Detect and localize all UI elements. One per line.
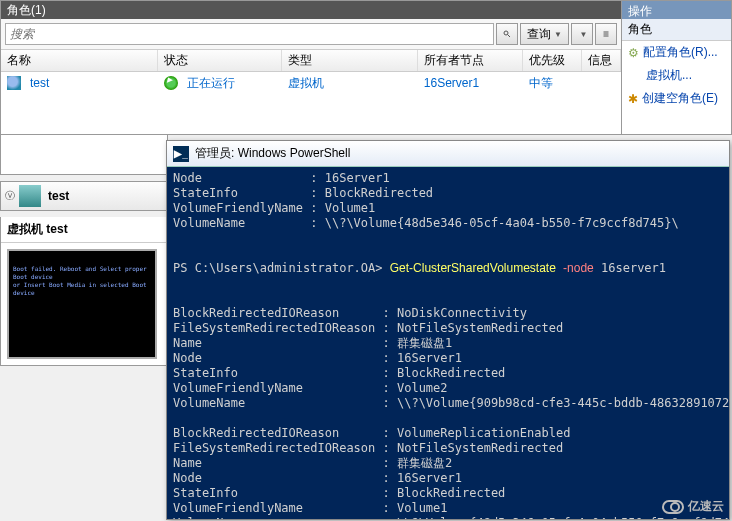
powershell-icon: ▶_	[173, 146, 189, 162]
powershell-titlebar[interactable]: ▶_ 管理员: Windows PowerShell	[167, 141, 729, 167]
test-section-header[interactable]: ⓥ test	[0, 181, 168, 211]
action-empty-role[interactable]: 创建空角色(E)	[622, 87, 731, 110]
col-type[interactable]: 类型	[282, 50, 417, 71]
col-name[interactable]: 名称	[1, 50, 158, 71]
chevron-down-icon: ⓥ	[5, 189, 15, 203]
col-owner[interactable]: 所有者节点	[418, 50, 523, 71]
actions-subheader: 角色	[622, 19, 731, 41]
svg-line-1	[508, 35, 511, 38]
query-button[interactable]: 查询▼	[520, 23, 569, 45]
search-input[interactable]	[5, 23, 494, 45]
new-icon	[628, 92, 638, 106]
search-bar: 查询▼ ▼	[1, 19, 621, 50]
list-button[interactable]	[595, 23, 617, 45]
role-row-test[interactable]: test 正在运行 虚拟机 16Server1 中等	[1, 72, 621, 94]
col-status[interactable]: 状态	[158, 50, 282, 71]
powershell-window: ▶_ 管理员: Windows PowerShell Node : 16Serv…	[166, 140, 730, 520]
powershell-console[interactable]: Node : 16Server1 StateInfo : BlockRedire…	[167, 167, 729, 519]
test-label: test	[48, 189, 69, 203]
svg-point-0	[504, 31, 508, 35]
actions-pane: 操作 角色 配置角色(R)... 虚拟机... 创建空角色(E)	[622, 0, 732, 135]
action-vm[interactable]: 虚拟机...	[622, 64, 731, 87]
running-icon	[164, 76, 178, 90]
search-go-button[interactable]	[496, 23, 518, 45]
grid-header: 名称 状态 类型 所有者节点 优先级 信息	[1, 50, 621, 72]
col-priority[interactable]: 优先级	[523, 50, 583, 71]
window-title: 管理员: Windows PowerShell	[195, 145, 350, 162]
col-info[interactable]: 信息	[582, 50, 621, 71]
action-configure-role[interactable]: 配置角色(R)...	[622, 41, 731, 64]
roles-header: 角色(1)	[1, 1, 621, 19]
watermark: 亿速云	[662, 498, 724, 515]
actions-header: 操作	[622, 1, 731, 19]
role-icon	[19, 185, 41, 207]
watermark-icon	[662, 500, 684, 514]
vm-panel-title: 虚拟机 test	[1, 217, 167, 243]
save-button[interactable]: ▼	[571, 23, 593, 45]
vm-icon	[7, 76, 21, 90]
gear-icon	[628, 46, 639, 60]
spacer-pane	[0, 135, 168, 175]
vm-thumbnail[interactable]: Boot failed. Reboot and Select proper Bo…	[7, 249, 157, 359]
